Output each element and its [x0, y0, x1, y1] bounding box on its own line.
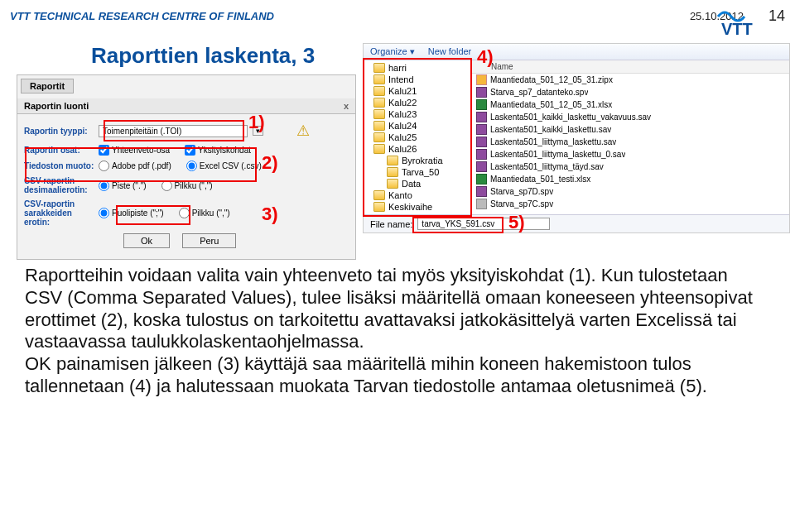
file-name: Laskenta501_liittyma_laskettu.sav [490, 137, 616, 146]
ok-button[interactable]: Ok [123, 233, 170, 248]
close-icon[interactable]: x [344, 101, 349, 111]
annotation-label-1: 1) [248, 112, 265, 133]
svg-text:VTT: VTT [721, 20, 753, 38]
file-row[interactable]: Starva_sp7C.spv [471, 198, 789, 210]
file-icon [476, 74, 487, 85]
vtt-logo-icon: VTT [716, 5, 783, 38]
annotation-box-5 [412, 217, 504, 233]
radio-col-comma-label: Pilkku (",") [192, 208, 230, 218]
file-icon [476, 174, 487, 185]
org-name: VTT TECHNICAL RESEARCH CENTRE OF FINLAND [10, 10, 274, 22]
column-header-name[interactable]: Name [491, 62, 784, 71]
file-list[interactable]: Name Maantiedata_501_12_05_31.zipxStarva… [471, 60, 789, 214]
file-name: Maantiedata_501_12_05_31.zipx [490, 75, 613, 84]
new-folder-button[interactable]: New folder [428, 46, 472, 57]
cancel-button[interactable]: Peru [182, 233, 236, 248]
slide-title: Raporttien laskenta, 3 [91, 43, 315, 69]
file-list-body: Maantiedata_501_12_05_31.zipxStarva_sp7_… [471, 74, 789, 210]
file-icon [476, 112, 487, 122]
file-name: Starva_sp7_datanteko.spv [490, 88, 588, 97]
file-row[interactable]: Starva_sp7D.spv [471, 185, 789, 198]
annotation-label-5: 5) [508, 212, 525, 233]
annotation-label-3: 3) [262, 204, 278, 225]
file-row[interactable]: Laskenta501_liittyma_laskettu_0.sav [471, 148, 789, 161]
annotation-box-3 [116, 205, 190, 225]
annotation-label-2: 2) [262, 152, 278, 174]
dialog-title: Raportin luonti [24, 101, 89, 111]
file-row[interactable]: Maantiedata_501_12_05_31.zipx [471, 74, 789, 86]
file-name: Starva_sp7D.spv [490, 187, 553, 196]
radio-dec-dot-label: Piste (".") [112, 181, 147, 190]
file-name: Starva_sp7C.spv [490, 199, 553, 208]
file-icon [476, 137, 487, 147]
file-name: Laskenta501_kaikki_laskettu.sav [490, 125, 611, 134]
file-icon [476, 186, 487, 197]
csv-column-label: CSV-raportin sarakkeiden erotin: [24, 199, 99, 227]
file-name: Laskenta501_liittyma_täyd.sav [490, 162, 604, 171]
body-text: Raportteihin voidaan valita vain yhteenv… [25, 265, 770, 398]
file-row[interactable]: Maantiedata_501_12_05_31.xlsx [471, 98, 789, 111]
file-icon [476, 99, 487, 110]
body-paragraph: OK painamisen jälkeen (3) käyttäjä saa m… [25, 353, 770, 398]
file-icon [476, 87, 487, 98]
radio-dec-comma-label: Pilkku (",") [175, 181, 213, 190]
body-paragraph: Raportteihin voidaan valita vain yhteenv… [25, 265, 770, 353]
annotation-box-2 [25, 147, 257, 182]
radio-col-semicolon[interactable] [99, 208, 109, 218]
file-name: Maantiedata_501_testi.xlsx [490, 175, 590, 184]
file-row[interactable]: Laskenta501_liittyma_täyd.sav [471, 161, 789, 173]
annotation-box-4 [363, 58, 472, 217]
dialog-tab-reports[interactable]: Raportit [21, 79, 74, 93]
organize-button[interactable]: Organize ▾ [370, 46, 415, 57]
file-icon [476, 149, 487, 160]
slide-header: VTT TECHNICAL RESEARCH CENTRE OF FINLAND… [0, 0, 795, 31]
file-row[interactable]: Maantiedata_501_testi.xlsx [471, 173, 789, 185]
file-icon [476, 161, 487, 172]
file-row[interactable]: Starva_sp7_datanteko.spv [471, 86, 789, 98]
vtt-logo: VTT [712, 3, 787, 40]
annotation-label-4: 4) [477, 46, 494, 68]
file-name: Laskenta501_kaikki_laskettu_vakavuus.sav [490, 113, 651, 122]
file-icon [476, 199, 487, 209]
report-type-label: Raportin tyyppi: [24, 127, 99, 136]
annotation-box-1 [104, 120, 244, 141]
file-row[interactable]: Laskenta501_kaikki_laskettu_vakavuus.sav [471, 111, 789, 123]
file-name: Laskenta501_liittyma_laskettu_0.sav [490, 150, 625, 159]
file-name: Maantiedata_501_12_05_31.xlsx [490, 100, 612, 109]
file-icon [476, 124, 487, 135]
file-row[interactable]: Laskenta501_kaikki_laskettu.sav [471, 123, 789, 136]
file-row[interactable]: Laskenta501_liittyma_laskettu.sav [471, 136, 789, 148]
filename-label: File name: [370, 219, 412, 229]
warning-icon: ⚠ [296, 122, 310, 140]
